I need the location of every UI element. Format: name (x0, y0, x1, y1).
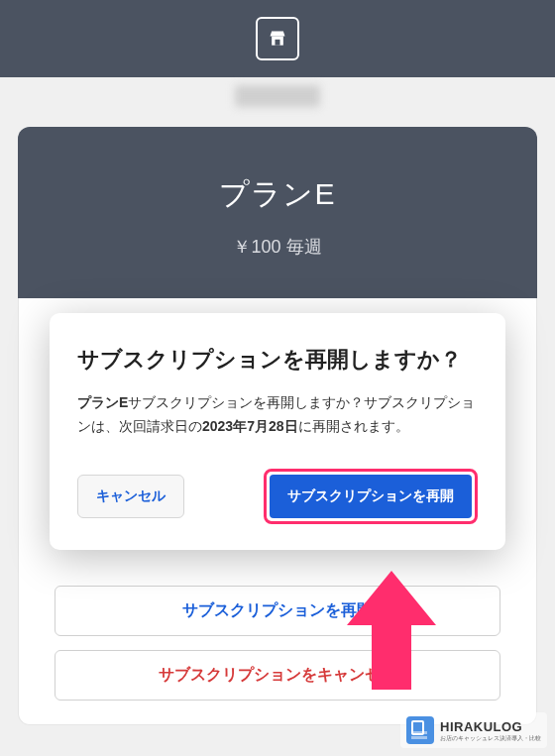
confirm-resume-modal: サブスクリプションを再開しますか？ プランEサブスクリプションを再開しますか？サ… (50, 313, 505, 550)
resume-subscription-button-bg[interactable]: サブスクリプションを再開 (55, 586, 500, 636)
modal-plan-name: プランE (77, 394, 128, 410)
modal-actions: キャンセル サブスクリプションを再開 (77, 469, 478, 524)
watermark-tagline: お店のキャッシュレス決済導入・比較 (440, 735, 541, 741)
plan-card: プランE ￥100 毎週 (18, 127, 537, 298)
blurred-label (235, 85, 320, 107)
shop-icon[interactable] (256, 17, 299, 60)
modal-title: サブスクリプションを再開しますか？ (77, 343, 478, 376)
watermark-name: HIRAKULOG (440, 720, 541, 733)
plan-price: ￥100 毎週 (38, 235, 517, 259)
cancel-button[interactable]: キャンセル (77, 475, 184, 518)
plan-title: プランE (38, 174, 517, 215)
confirm-resume-button[interactable]: サブスクリプションを再開 (270, 475, 472, 518)
watermark-logo-icon (406, 716, 434, 744)
modal-body: プランEサブスクリプションを再開しますか？サブスクリプションは、次回請求日の20… (77, 391, 478, 439)
app-header (0, 0, 555, 77)
cancel-subscription-button-bg[interactable]: サブスクリプションをキャンセル (55, 650, 500, 701)
watermark: HIRAKULOG お店のキャッシュレス決済導入・比較 (400, 712, 547, 748)
modal-next-billing-date: 2023年7月28日 (202, 418, 298, 434)
modal-body-text-2: に再開されます。 (298, 418, 409, 434)
svg-rect-1 (276, 40, 280, 46)
highlight-annotation: サブスクリプションを再開 (264, 469, 478, 524)
